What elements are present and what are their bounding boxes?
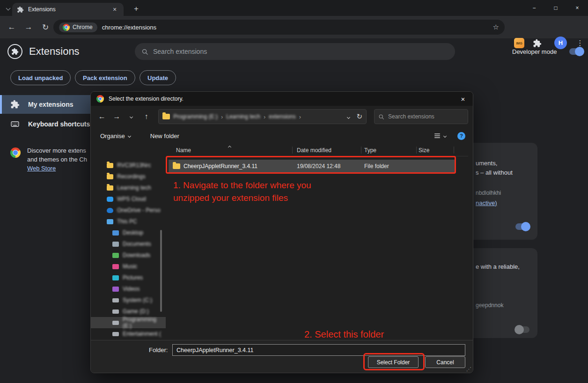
select-folder-button[interactable]: Select Folder: [368, 356, 419, 368]
downloads-icon: [112, 253, 119, 258]
select-directory-dialog: Select the extension directory. × ← → ↑ …: [90, 91, 473, 373]
maximize-button[interactable]: □: [545, 0, 566, 16]
tree-item[interactable]: Recordings: [91, 171, 166, 182]
tree-item[interactable]: Game (D:): [91, 306, 166, 317]
browser-tab-extensions[interactable]: Extensions ×: [12, 3, 124, 16]
tree-item[interactable]: Downloads: [91, 250, 166, 261]
dialog-close-button[interactable]: ×: [453, 92, 473, 106]
column-name[interactable]: Name: [176, 147, 191, 154]
breadcrumb-segment[interactable]: Learning tech: [226, 113, 260, 120]
dialog-tree: RVC3R13NrcRecordingsLearning techWPS Clo…: [91, 157, 166, 340]
tab-search-button[interactable]: [4, 4, 12, 12]
column-size[interactable]: Size: [419, 147, 429, 154]
breadcrumb[interactable]: Programming (E:)›Learning tech›extension…: [158, 109, 367, 124]
card-description: e with a reliable,: [476, 263, 520, 270]
search-input[interactable]: [153, 48, 448, 55]
tree-item[interactable]: RVC3R13Nrc: [91, 160, 166, 171]
new-tab-button[interactable]: +: [131, 3, 142, 15]
extension-img-button[interactable]: IMG: [514, 38, 524, 48]
folder-name-input[interactable]: [172, 344, 465, 356]
tree-item[interactable]: Pictures: [91, 272, 166, 283]
dialog-bottom-bar: Folder: Select Folder Cancel ⋰: [91, 340, 473, 373]
bookmark-star-icon[interactable]: ☆: [493, 23, 499, 31]
tree-item[interactable]: This PC: [91, 216, 166, 227]
nav-up-button[interactable]: ↑: [140, 110, 153, 123]
dialog-search-input[interactable]: [388, 113, 464, 120]
pack-extension-button[interactable]: Pack extension: [75, 70, 135, 85]
browser-toolbar: ← → ↻ Chrome chrome://extensions ☆ IMG H…: [0, 16, 588, 38]
tree-item[interactable]: Desktop: [91, 227, 166, 238]
refresh-button[interactable]: ↻: [353, 112, 363, 121]
address-bar[interactable]: Chrome chrome://extensions ☆: [53, 20, 505, 35]
developer-mode-toggle[interactable]: [569, 48, 583, 55]
puzzle-icon: [17, 6, 24, 13]
cancel-button[interactable]: Cancel: [425, 356, 465, 368]
load-unpacked-button[interactable]: Load unpacked: [10, 70, 71, 85]
extension-toggle[interactable]: [515, 326, 529, 333]
update-button[interactable]: Update: [140, 70, 176, 85]
promo-line: Discover more extens: [27, 146, 93, 155]
web-store-icon: [10, 147, 21, 158]
breadcrumb-segment[interactable]: Programming (E:): [173, 113, 218, 120]
resize-grip[interactable]: ⋰: [466, 366, 471, 372]
organise-button[interactable]: Organise: [100, 133, 131, 140]
breadcrumb-segments: Programming (E:)›Learning tech›extension…: [173, 113, 301, 120]
tree-item[interactable]: Learning tech: [91, 182, 166, 193]
tree-item[interactable]: OneDrive - Perso: [91, 205, 166, 216]
minimize-button[interactable]: −: [523, 0, 545, 16]
column-date-modified[interactable]: Date modified: [297, 147, 331, 154]
tree-item[interactable]: Documents: [91, 238, 166, 250]
tree-item[interactable]: WPS Cloud: [91, 193, 166, 205]
tree-item[interactable]: Entertainment (: [91, 328, 166, 339]
breadcrumb-segment[interactable]: extensions: [269, 113, 295, 120]
folder-icon: [107, 174, 113, 179]
nav-back-button[interactable]: ←: [96, 110, 109, 123]
card-description: uments,: [476, 160, 497, 167]
page-title: Extensions: [29, 45, 80, 58]
web-store-link[interactable]: Web Store: [27, 164, 93, 173]
column-headers: Name Date modified Type Size: [167, 144, 468, 156]
tree-item[interactable]: Music: [91, 261, 166, 272]
chrome-logo-icon: [96, 95, 104, 103]
dialog-search-box[interactable]: [374, 109, 468, 124]
tree-item[interactable]: Programming (E:): [91, 317, 166, 328]
column-divider[interactable]: [292, 147, 293, 154]
puzzle-icon: [10, 100, 20, 109]
command-bar-right: ?: [434, 132, 465, 140]
reload-button[interactable]: ↻: [37, 19, 53, 35]
new-folder-button[interactable]: New folder: [150, 133, 179, 140]
nav-forward-button[interactable]: →: [110, 110, 124, 123]
search-icon: [378, 114, 384, 120]
tab-close-button[interactable]: ×: [110, 5, 119, 14]
cloud-blue-icon: [107, 197, 113, 202]
help-button[interactable]: ?: [457, 132, 465, 140]
dialog-title-bar: Select the extension directory. ×: [91, 92, 473, 106]
file-row-selected[interactable]: CheerpJAppletRunner_3.4.11 19/08/2024 12…: [169, 160, 455, 172]
tree-item-label: Pictures: [123, 274, 143, 281]
extensions-search[interactable]: [135, 43, 455, 60]
card-link[interactable]: nactive): [476, 199, 497, 206]
recent-locations-button[interactable]: [125, 110, 138, 123]
sidebar-item-label: My extensions: [28, 101, 73, 108]
tree-scrollbar[interactable]: [160, 230, 162, 312]
extension-toggle[interactable]: [515, 223, 529, 230]
tree-item[interactable]: Videos: [91, 283, 166, 295]
videos-icon: [112, 287, 119, 292]
column-divider[interactable]: [416, 147, 417, 154]
column-type[interactable]: Type: [364, 147, 376, 154]
back-button[interactable]: ←: [4, 19, 20, 35]
column-divider[interactable]: [361, 147, 361, 154]
forward-button[interactable]: →: [21, 19, 37, 35]
extensions-puzzle-button[interactable]: [532, 38, 542, 48]
address-dropdown-button[interactable]: [347, 113, 350, 120]
cloud-icon: [107, 208, 113, 213]
close-window-button[interactable]: ×: [566, 0, 588, 16]
column-divider[interactable]: [454, 147, 454, 154]
profile-avatar[interactable]: H: [554, 37, 567, 49]
card-extension-id: geepdnnok: [476, 302, 503, 309]
folder-label: Folder:: [149, 346, 168, 354]
change-view-button[interactable]: [434, 132, 446, 140]
tree-item-label: System (C:): [123, 297, 152, 303]
tree-item[interactable]: System (C:): [91, 295, 166, 306]
folder-icon: [162, 114, 170, 119]
